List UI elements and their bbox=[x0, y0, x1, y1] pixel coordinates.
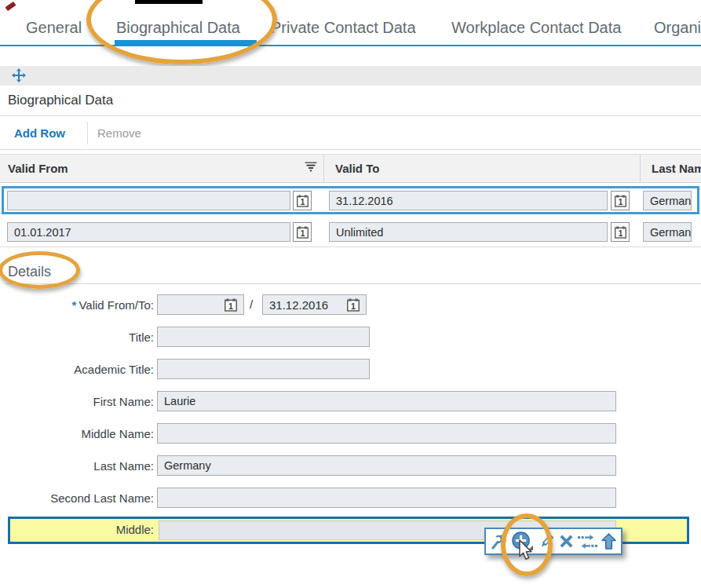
move-icon[interactable] bbox=[12, 68, 26, 82]
section-title: Biographical Data bbox=[8, 93, 113, 108]
biographical-data-page: General Biographical Data Private Contac… bbox=[0, 0, 701, 588]
customize-icon[interactable] bbox=[491, 534, 507, 550]
row2-valid-from-input[interactable]: 01.01.2017 bbox=[7, 222, 290, 242]
svg-text:1: 1 bbox=[618, 198, 623, 206]
svg-text:1: 1 bbox=[300, 198, 305, 206]
svg-text:1: 1 bbox=[618, 229, 623, 238]
delete-icon[interactable] bbox=[559, 534, 574, 549]
table-bottom-line bbox=[0, 247, 701, 247]
tab-biographical-data[interactable]: Biographical Data bbox=[116, 19, 240, 37]
column-divider bbox=[323, 155, 324, 183]
drag-strip bbox=[0, 66, 701, 86]
last-name-label: Last Name: bbox=[0, 459, 154, 473]
valid-from-to-label: *Valid From/To: bbox=[0, 298, 154, 312]
academic-title-label: Academic Title: bbox=[0, 363, 154, 376]
svg-text:1: 1 bbox=[351, 301, 356, 310]
tab-private-contact-data[interactable]: Private Contact Data bbox=[271, 19, 416, 37]
row2-valid-to-input[interactable]: Unlimited bbox=[329, 222, 608, 242]
button-divider bbox=[87, 122, 88, 144]
column-header-valid-from: Valid From bbox=[8, 162, 68, 175]
tabbar-bottom-line bbox=[0, 45, 701, 46]
column-header-last-name: Last Name bbox=[652, 162, 701, 175]
svg-text:1: 1 bbox=[228, 301, 233, 310]
required-marker: * bbox=[72, 298, 77, 312]
last-name-field[interactable]: Germany bbox=[157, 455, 616, 476]
first-name-label: First Name: bbox=[0, 395, 154, 408]
row1-last-name-input[interactable]: Germany bbox=[643, 191, 692, 210]
annotation-black-bar bbox=[135, 0, 203, 4]
add-row-button[interactable]: Add Row bbox=[14, 126, 65, 140]
edit-icon[interactable] bbox=[538, 533, 555, 550]
filter-icon[interactable] bbox=[305, 161, 317, 172]
middle-label: Middle: bbox=[0, 523, 154, 536]
column-divider bbox=[640, 155, 641, 183]
details-divider bbox=[6, 283, 701, 284]
second-last-name-field[interactable] bbox=[157, 488, 616, 508]
svg-text:1: 1 bbox=[300, 229, 305, 238]
title-label: Title: bbox=[0, 331, 154, 344]
calendar-icon[interactable]: 1 bbox=[611, 191, 630, 210]
calendar-icon[interactable]: 1 bbox=[611, 222, 630, 242]
row2-last-name-input[interactable]: Germany bbox=[643, 222, 692, 242]
tab-workplace-contact-data[interactable]: Workplace Contact Data bbox=[451, 19, 621, 37]
middle-name-field[interactable] bbox=[157, 423, 616, 444]
title-field[interactable] bbox=[157, 327, 370, 347]
calendar-icon[interactable]: 1 bbox=[293, 191, 312, 210]
column-header-valid-to: Valid To bbox=[335, 162, 379, 175]
row1-valid-from-input[interactable] bbox=[7, 191, 290, 210]
tab-organizational[interactable]: Organi bbox=[654, 19, 701, 37]
date-separator: / bbox=[250, 298, 253, 311]
row1-valid-to-input[interactable]: 31.12.2016 bbox=[329, 191, 608, 210]
row-action-toolbar bbox=[484, 528, 623, 555]
annotation-mark bbox=[5, 2, 16, 11]
academic-title-field[interactable] bbox=[157, 359, 370, 379]
remove-button[interactable]: Remove bbox=[97, 126, 141, 140]
details-valid-to-field[interactable]: 31.12.2016 1 bbox=[262, 294, 367, 315]
second-last-name-label: Second Last Name: bbox=[0, 491, 154, 505]
reorder-icon[interactable] bbox=[578, 534, 597, 550]
move-top-icon[interactable] bbox=[601, 533, 616, 550]
mouse-cursor bbox=[517, 539, 533, 564]
details-valid-from-field[interactable]: 1 bbox=[157, 294, 244, 315]
middle-name-label: Middle Name: bbox=[0, 427, 154, 440]
details-title: Details bbox=[8, 264, 51, 280]
first-name-field[interactable]: Laurie bbox=[157, 391, 616, 411]
calendar-icon[interactable]: 1 bbox=[347, 298, 360, 312]
tab-general[interactable]: General bbox=[26, 19, 82, 37]
calendar-icon[interactable]: 1 bbox=[293, 222, 312, 242]
divider bbox=[0, 149, 701, 150]
divider bbox=[0, 115, 701, 116]
calendar-icon[interactable]: 1 bbox=[225, 298, 237, 312]
